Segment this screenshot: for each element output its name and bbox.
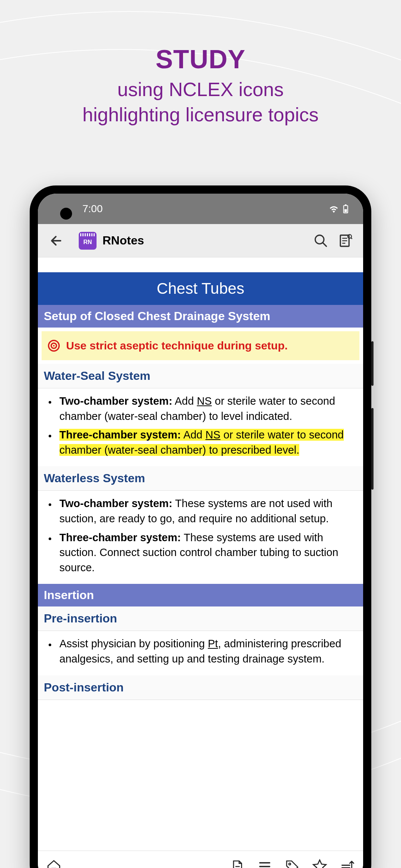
status-bar: 7:00: [38, 194, 363, 224]
star-button[interactable]: [311, 858, 328, 868]
status-time: 7:00: [82, 203, 103, 215]
phone-screen: 7:00 RN RNotes Chest Tubes Setup of C: [38, 194, 363, 868]
notes-button[interactable]: [335, 230, 356, 251]
section-heading: Insertion: [38, 584, 363, 606]
sub-heading: Post-insertion: [38, 675, 363, 700]
svg-point-7: [289, 863, 291, 865]
list-button[interactable]: [256, 858, 273, 868]
list-item: Two-chamber system: Add NS or sterile wa…: [56, 394, 354, 424]
bullet-list: Two-chamber system: These systems are no…: [38, 491, 363, 584]
promo-text: STUDY using NCLEX icons highlighting lic…: [0, 0, 401, 127]
alert-callout: Use strict aseptic technique during setu…: [42, 331, 359, 360]
target-icon: [48, 339, 60, 352]
tag-button[interactable]: [284, 858, 301, 868]
bullet-list: Assist physician by positioning Pt, admi…: [38, 631, 363, 675]
app-bar: RN RNotes: [38, 224, 363, 257]
search-button[interactable]: [310, 230, 331, 251]
camera-cutout: [60, 208, 72, 220]
promo-subtitle: using NCLEX icons highlighting licensure…: [0, 77, 401, 127]
list-item: Three-chamber system: Add NS or sterile …: [56, 427, 354, 457]
page-title: Chest Tubes: [38, 272, 363, 305]
content-scroll[interactable]: Chest Tubes Setup of Closed Chest Draina…: [38, 257, 363, 851]
bullet-list: Two-chamber system: Add NS or sterile wa…: [38, 388, 363, 466]
list-item: Three-chamber system: These systems are …: [56, 530, 354, 575]
sub-heading: Water-Seal System: [38, 364, 363, 388]
wifi-icon: [329, 205, 339, 213]
promo-title: STUDY: [0, 45, 401, 74]
phone-side-button: [371, 408, 374, 490]
app-icon: RN: [79, 232, 97, 250]
bottom-nav: [38, 851, 363, 868]
phone-frame: 7:00 RN RNotes Chest Tubes Setup of C: [30, 185, 371, 868]
app-title: RNotes: [102, 234, 307, 247]
battery-icon: [343, 204, 348, 213]
back-button[interactable]: [45, 230, 68, 252]
svg-rect-0: [345, 209, 347, 212]
sub-heading: Pre-insertion: [38, 606, 363, 631]
phone-side-button: [371, 341, 374, 386]
svg-point-6: [53, 345, 55, 346]
document-button[interactable]: [229, 858, 246, 868]
sub-heading: Waterless System: [38, 466, 363, 491]
list-item: Assist physician by positioning Pt, admi…: [56, 636, 354, 666]
share-button[interactable]: [339, 858, 356, 868]
list-item: Two-chamber system: These systems are no…: [56, 496, 354, 526]
alert-text: Use strict aseptic technique during setu…: [66, 339, 288, 352]
home-button[interactable]: [45, 858, 62, 868]
section-heading: Setup of Closed Chest Drainage System: [38, 305, 363, 328]
status-icons: [329, 204, 348, 213]
